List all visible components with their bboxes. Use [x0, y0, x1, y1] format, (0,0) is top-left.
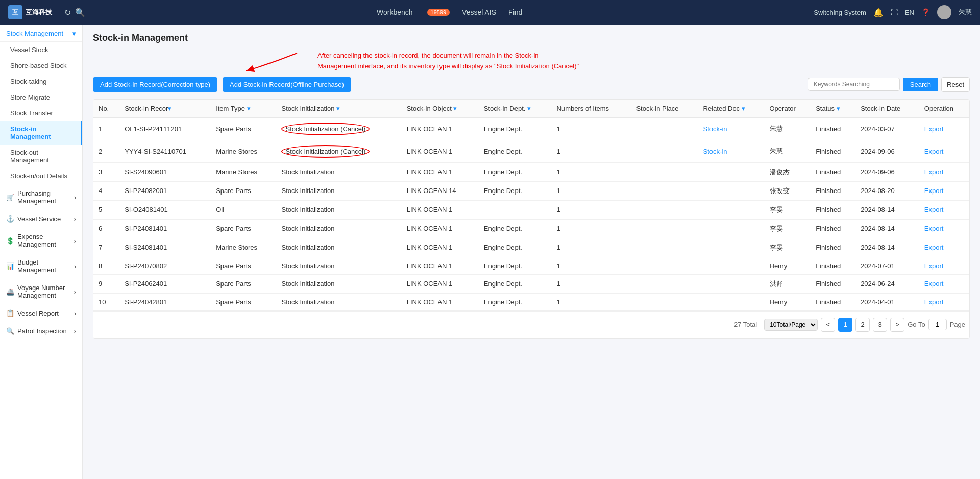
avatar[interactable] [937, 5, 951, 19]
goto-label: Go To [908, 321, 925, 328]
page-btn-3[interactable]: 3 [873, 318, 887, 332]
cell-operation[interactable]: Export [919, 257, 969, 274]
workbench-badge: 19599 [427, 9, 450, 16]
sidebar-item-stock-out-management[interactable]: Stock-out Management [0, 145, 82, 168]
cell-no: 3 [93, 162, 119, 181]
cell-record: SI-P24081401 [119, 219, 211, 238]
cell-related [698, 219, 765, 238]
sidebar-stock-items: Vessel Stock Shore-based Stock Stock-tak… [0, 42, 82, 184]
sidebar-expense-management[interactable]: 💲 Expense Management › [0, 228, 82, 253]
cell-record: SI-P24042801 [119, 293, 211, 310]
body-wrap: Stock Management ▾ Vessel Stock Shore-ba… [0, 25, 980, 479]
toolbar: Add Stock-in Record(Correction type) Add… [93, 77, 970, 92]
cell-operation[interactable]: Export [919, 200, 969, 219]
prev-page-btn[interactable]: < [821, 318, 835, 332]
cell-num: 1 [552, 293, 631, 310]
cell-place [631, 140, 698, 162]
add-stock-offline-button[interactable]: Add Stock-in Record(Offline Purchase) [223, 77, 351, 92]
cell-operation[interactable]: Export [919, 181, 969, 200]
related-doc-link[interactable]: Stock-in [703, 125, 727, 133]
help-icon[interactable]: ❓ [921, 8, 930, 16]
sidebar-item-store-migrate[interactable]: Store Migrate [0, 89, 82, 105]
sidebar-vessel-service[interactable]: ⚓ Vessel Service › [0, 210, 82, 228]
cell-date: 2024-08-14 [855, 219, 919, 238]
cell-object: LINK OCEAN 1 [402, 274, 479, 293]
sidebar-purchasing-management[interactable]: 🛒 Purchasing Management › [0, 184, 82, 210]
nav-vessel-ais[interactable]: Vessel AIS [462, 8, 496, 16]
sidebar-voyage-number-management[interactable]: 🚢 Voyage Number Management › [0, 279, 82, 304]
cell-place [631, 162, 698, 181]
cell-operation[interactable]: Export [919, 274, 969, 293]
cell-operation[interactable]: Export [919, 238, 969, 257]
reset-button[interactable]: Reset [941, 77, 970, 92]
page-btn-1[interactable]: 1 [838, 318, 852, 332]
sidebar-voyage-label: Voyage Number Management [17, 284, 71, 299]
cell-date: 2024-03-07 [855, 117, 919, 140]
lang-btn[interactable]: EN [905, 9, 914, 16]
nav-workbench[interactable]: Workbench [377, 8, 413, 16]
col-dept[interactable]: Stock-in Dept. ▾ [479, 100, 552, 118]
sidebar-item-stock-taking[interactable]: Stock-taking [0, 74, 82, 89]
cell-operation[interactable]: Export [919, 140, 969, 162]
cell-operator: 李晏 [765, 238, 811, 257]
page-title: Stock-in Management [93, 33, 970, 43]
cell-operation[interactable]: Export [919, 293, 969, 310]
cell-item-type: Spare Parts [211, 219, 276, 238]
nav-refresh-icon[interactable]: ↻ [64, 8, 71, 17]
cell-place [631, 181, 698, 200]
cell-operation[interactable]: Export [919, 162, 969, 181]
cell-no: 7 [93, 238, 119, 257]
cell-no: 10 [93, 293, 119, 310]
col-init[interactable]: Stock Initialization ▾ [276, 100, 401, 118]
cell-status: Finished [811, 219, 855, 238]
cell-related [698, 274, 765, 293]
budget-icon: 📊 [6, 262, 14, 270]
sidebar-budget-management[interactable]: 📊 Budget Management › [0, 253, 82, 279]
cell-operation[interactable]: Export [919, 117, 969, 140]
cell-related: Stock-in [698, 117, 765, 140]
bell-icon[interactable]: 🔔 [873, 8, 884, 17]
cell-object: LINK OCEAN 14 [402, 181, 479, 200]
cell-date: 2024-08-14 [855, 238, 919, 257]
goto-input[interactable] [928, 319, 947, 330]
logo-icon: 互 [8, 5, 22, 19]
expand-icon[interactable]: ⛶ [891, 8, 898, 16]
voyage-icon: 🚢 [6, 288, 14, 296]
sidebar-vessel-report[interactable]: 📋 Vessel Report › [0, 304, 82, 322]
cell-init: Stock Initialization [276, 200, 401, 219]
sidebar-stock-management-header[interactable]: Stock Management ▾ [0, 25, 82, 42]
per-page-select[interactable]: 10Total/Page 20Total/Page 50Total/Page [764, 319, 818, 331]
chevron-down-icon: ▾ [72, 30, 76, 37]
add-stock-correction-button[interactable]: Add Stock-in Record(Correction type) [93, 77, 217, 92]
switching-system-btn[interactable]: Switching System [814, 9, 866, 16]
search-button[interactable]: Search [903, 78, 938, 91]
chevron-right-icon7: › [74, 327, 76, 335]
sidebar-item-stock-transfer[interactable]: Stock Transfer [0, 105, 82, 121]
col-status[interactable]: Status ▾ [811, 100, 855, 118]
sidebar-item-stock-inout-details[interactable]: Stock-in/out Details [0, 168, 82, 184]
cell-num: 1 [552, 140, 631, 162]
chevron-right-icon3: › [74, 237, 76, 245]
col-item-type[interactable]: Item Type ▾ [211, 100, 276, 118]
nav-find[interactable]: Find [508, 8, 522, 16]
col-related[interactable]: Related Doc ▾ [698, 100, 765, 118]
sidebar-patrol-inspection[interactable]: 🔍 Patrol Inspection › [0, 322, 82, 340]
cell-related [698, 181, 765, 200]
col-num: Numbers of Items [552, 100, 631, 118]
next-page-btn[interactable]: > [890, 318, 904, 332]
col-no: No. [93, 100, 119, 118]
sidebar-item-stock-in-management[interactable]: Stock-in Management [0, 121, 82, 145]
page-btn-2[interactable]: 2 [855, 318, 870, 332]
cell-dept: Engine Dept. [479, 238, 552, 257]
search-input[interactable] [808, 78, 900, 91]
sidebar-item-shore-based-stock[interactable]: Shore-based Stock [0, 58, 82, 74]
nav-search-icon[interactable]: 🔍 [75, 8, 85, 17]
cell-operator: 李晏 [765, 219, 811, 238]
sidebar-vessel-service-label: Vessel Service [17, 215, 61, 223]
cell-operation[interactable]: Export [919, 219, 969, 238]
cell-item-type: Marine Stores [211, 238, 276, 257]
sidebar-item-vessel-stock[interactable]: Vessel Stock [0, 42, 82, 58]
expense-icon: 💲 [6, 237, 14, 245]
col-object[interactable]: Stock-in Object ▾ [402, 100, 479, 118]
related-doc-link[interactable]: Stock-in [703, 148, 727, 155]
